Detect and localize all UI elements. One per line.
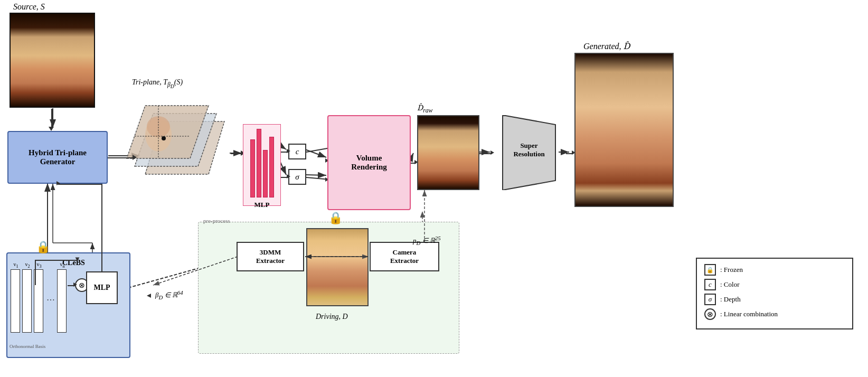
super-resolution-label: SuperResolution — [508, 142, 550, 158]
ah-basis-otimes — [73, 282, 77, 287]
svg-line-8 — [305, 175, 326, 175]
tdmm-extractor-box: 3DMMExtractor — [237, 242, 304, 271]
raw-image — [417, 115, 479, 190]
hybrid-generator-label: Hybrid Tri-planeGenerator — [29, 148, 87, 166]
diagram: Source, S Hybrid Tri-planeGenerator Tri-… — [0, 0, 868, 377]
draw-label: D̂raw — [417, 103, 432, 114]
camera-extractor-box: CameraExtractor — [370, 242, 439, 271]
svg-point-28 — [162, 136, 166, 140]
basis-v1: v1 — [11, 269, 20, 333]
camera-extractor-label: CameraExtractor — [390, 248, 419, 265]
basis-v1-label: v1 — [11, 261, 21, 269]
arrowhead-hybrid-tri — [133, 155, 137, 160]
arrowhead-down — [49, 127, 54, 131]
arrow-source-hybrid — [51, 109, 52, 128]
arrow-mlpclebs-hybrid-horizontal — [58, 184, 102, 185]
arrow-driving-camera — [369, 257, 370, 258]
source-label: Source, S — [13, 2, 45, 12]
legend-otimes-icon: ⊗ — [704, 308, 716, 320]
basis-v2: v2 — [22, 269, 32, 333]
orthonormal-label: Orthonormal Basis — [10, 344, 45, 349]
preprocess-label: pre-process — [203, 218, 230, 224]
arrow-c-vr — [306, 148, 328, 153]
legend-linear: ⊗ : Linear combination — [704, 308, 845, 320]
basis-vn: vn — [57, 269, 67, 333]
generated-image — [574, 53, 674, 207]
mlp-clebs-label: MLP — [93, 284, 110, 292]
legend-sigma-icon: σ — [704, 294, 716, 305]
legend-color: c : Color — [704, 279, 845, 290]
ah-clebs-hybrid — [56, 181, 60, 185]
arrow-beta-left — [147, 294, 151, 298]
source-image — [10, 13, 95, 108]
ah-mlp-c — [287, 149, 290, 153]
c-box: c — [288, 144, 306, 159]
ah-mlp-sigma — [287, 174, 290, 178]
lock-driving: 🔒 — [328, 211, 343, 225]
legend-depth: σ : Depth — [704, 294, 845, 305]
legend-box: 🔒 : Frozen c : Color σ : Depth ⊗ : Linea… — [696, 258, 853, 329]
tdmm-label: 3DMMExtractor — [256, 248, 285, 265]
sigma-box: σ — [288, 169, 306, 185]
mlp-pink-area: MLP — [243, 124, 281, 206]
legend-lock-icon: 🔒 — [704, 264, 716, 276]
connector-v-otimes-h — [35, 260, 77, 261]
volume-rendering-box: VolumeRendering — [327, 115, 411, 210]
connector-v-otimes-d — [35, 260, 36, 285]
driving-image — [306, 228, 369, 306]
mlp-clebs-box: MLP — [86, 271, 118, 304]
volume-rendering-label: VolumeRendering — [351, 154, 387, 172]
beta-label: βD ∈ ℝ64 — [155, 289, 183, 300]
basis-dots: … — [46, 293, 55, 303]
triplane-svg — [124, 79, 230, 185]
basis-v2-label: v2 — [23, 261, 32, 269]
hybrid-generator-box: Hybrid Tri-planeGenerator — [7, 131, 108, 184]
c-label: c — [296, 147, 299, 156]
arrow-mlpclebs-hybrid-vertical — [101, 184, 102, 271]
legend-c-icon: c — [704, 279, 716, 290]
pd-label: pD ∈ ℝ25 — [413, 235, 441, 246]
arrow-hybrid-triplane — [108, 157, 134, 158]
mlp-label: MLP — [247, 201, 277, 209]
driving-label: Driving, D — [316, 313, 348, 321]
super-resolution-container: SuperResolution — [492, 115, 566, 190]
sigma-label: σ — [295, 173, 299, 182]
basis-vn-label: vn — [58, 261, 67, 269]
legend-frozen: 🔒 : Frozen — [704, 264, 845, 276]
lock-clebs: 🔒 — [36, 240, 50, 254]
ah-v-otimes — [76, 258, 80, 261]
generated-label: Generated, D̂ — [583, 41, 630, 51]
